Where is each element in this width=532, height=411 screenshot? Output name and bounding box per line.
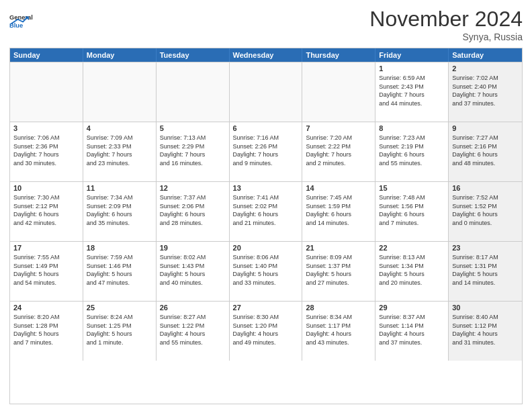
- header-day-sunday: Sunday: [10, 48, 83, 62]
- empty-cell-0-0: [10, 62, 83, 122]
- day-info: Sunrise: 8:37 AM Sunset: 1:14 PM Dayligh…: [379, 313, 445, 347]
- day-info: Sunrise: 7:09 AM Sunset: 2:33 PM Dayligh…: [87, 134, 152, 167]
- day-cell-17: 17Sunrise: 7:55 AM Sunset: 1:49 PM Dayli…: [10, 242, 83, 301]
- day-info: Sunrise: 6:59 AM Sunset: 2:43 PM Dayligh…: [379, 74, 445, 107]
- calendar-row-3: 17Sunrise: 7:55 AM Sunset: 1:49 PM Dayli…: [10, 241, 522, 301]
- title-block: November 2024 Synya, Russia: [369, 7, 523, 42]
- day-number: 18: [87, 244, 152, 252]
- day-cell-5: 5Sunrise: 7:13 AM Sunset: 2:29 PM Daylig…: [157, 122, 230, 181]
- day-info: Sunrise: 7:52 AM Sunset: 1:52 PM Dayligh…: [452, 193, 519, 227]
- day-info: Sunrise: 7:23 AM Sunset: 2:19 PM Dayligh…: [379, 134, 445, 167]
- day-number: 29: [379, 304, 445, 312]
- day-number: 26: [160, 304, 226, 312]
- day-info: Sunrise: 7:02 AM Sunset: 2:40 PM Dayligh…: [452, 74, 519, 107]
- day-info: Sunrise: 8:17 AM Sunset: 1:31 PM Dayligh…: [452, 253, 519, 287]
- day-number: 11: [87, 184, 152, 192]
- day-cell-24: 24Sunrise: 8:20 AM Sunset: 1:28 PM Dayli…: [10, 302, 83, 361]
- header-day-monday: Monday: [83, 48, 157, 62]
- day-number: 21: [306, 244, 371, 252]
- day-cell-28: 28Sunrise: 8:34 AM Sunset: 1:17 PM Dayli…: [302, 302, 375, 361]
- day-info: Sunrise: 7:41 AM Sunset: 2:02 PM Dayligh…: [233, 193, 299, 227]
- day-info: Sunrise: 7:30 AM Sunset: 2:12 PM Dayligh…: [13, 193, 79, 227]
- day-cell-9: 9Sunrise: 7:27 AM Sunset: 2:16 PM Daylig…: [449, 122, 522, 181]
- day-info: Sunrise: 8:30 AM Sunset: 1:20 PM Dayligh…: [233, 313, 299, 347]
- empty-cell-0-4: [302, 62, 375, 122]
- day-info: Sunrise: 7:06 AM Sunset: 2:36 PM Dayligh…: [13, 134, 79, 167]
- day-number: 3: [13, 124, 79, 132]
- svg-text:General: General: [9, 14, 33, 21]
- day-info: Sunrise: 8:34 AM Sunset: 1:17 PM Dayligh…: [306, 313, 371, 347]
- day-cell-23: 23Sunrise: 8:17 AM Sunset: 1:31 PM Dayli…: [449, 242, 522, 301]
- day-cell-4: 4Sunrise: 7:09 AM Sunset: 2:33 PM Daylig…: [83, 122, 157, 181]
- day-cell-25: 25Sunrise: 8:24 AM Sunset: 1:25 PM Dayli…: [83, 302, 157, 361]
- page-header: General Blue November 2024 Synya, Russia: [9, 7, 523, 42]
- calendar-row-1: 3Sunrise: 7:06 AM Sunset: 2:36 PM Daylig…: [10, 122, 522, 181]
- day-number: 14: [306, 184, 371, 192]
- header-day-thursday: Thursday: [302, 48, 375, 62]
- day-cell-6: 6Sunrise: 7:16 AM Sunset: 2:26 PM Daylig…: [230, 122, 303, 181]
- day-info: Sunrise: 7:55 AM Sunset: 1:49 PM Dayligh…: [13, 253, 79, 287]
- logo-svg: General Blue: [9, 7, 43, 34]
- header-day-saturday: Saturday: [449, 48, 522, 62]
- day-info: Sunrise: 8:20 AM Sunset: 1:28 PM Dayligh…: [13, 313, 79, 347]
- day-cell-15: 15Sunrise: 7:48 AM Sunset: 1:56 PM Dayli…: [375, 182, 449, 241]
- day-cell-26: 26Sunrise: 8:27 AM Sunset: 1:22 PM Dayli…: [157, 302, 230, 361]
- day-cell-10: 10Sunrise: 7:30 AM Sunset: 2:12 PM Dayli…: [10, 182, 83, 241]
- day-cell-19: 19Sunrise: 8:02 AM Sunset: 1:43 PM Dayli…: [157, 242, 230, 301]
- day-cell-20: 20Sunrise: 8:06 AM Sunset: 1:40 PM Dayli…: [230, 242, 303, 301]
- day-cell-18: 18Sunrise: 7:59 AM Sunset: 1:46 PM Dayli…: [83, 242, 157, 301]
- empty-cell-0-1: [83, 62, 157, 122]
- day-number: 9: [452, 124, 519, 132]
- day-info: Sunrise: 8:13 AM Sunset: 1:34 PM Dayligh…: [379, 253, 445, 287]
- day-number: 23: [452, 244, 519, 252]
- day-cell-11: 11Sunrise: 7:34 AM Sunset: 2:09 PM Dayli…: [83, 182, 157, 241]
- calendar-row-0: 1Sunrise: 6:59 AM Sunset: 2:43 PM Daylig…: [10, 62, 522, 122]
- day-info: Sunrise: 7:34 AM Sunset: 2:09 PM Dayligh…: [87, 193, 152, 227]
- day-info: Sunrise: 7:59 AM Sunset: 1:46 PM Dayligh…: [87, 253, 152, 287]
- empty-cell-0-2: [157, 62, 230, 122]
- day-info: Sunrise: 8:02 AM Sunset: 1:43 PM Dayligh…: [160, 253, 226, 287]
- day-number: 30: [452, 304, 519, 312]
- day-number: 2: [452, 64, 519, 73]
- logo: General Blue: [9, 7, 43, 34]
- calendar: SundayMondayTuesdayWednesdayThursdayFrid…: [9, 48, 523, 404]
- month-title: November 2024: [369, 7, 523, 32]
- day-cell-27: 27Sunrise: 8:30 AM Sunset: 1:20 PM Dayli…: [230, 302, 303, 361]
- day-info: Sunrise: 7:16 AM Sunset: 2:26 PM Dayligh…: [233, 134, 299, 167]
- day-number: 28: [306, 304, 371, 312]
- day-number: 24: [13, 304, 79, 312]
- empty-cell-0-3: [230, 62, 303, 122]
- day-info: Sunrise: 7:48 AM Sunset: 1:56 PM Dayligh…: [379, 193, 445, 227]
- day-number: 7: [306, 124, 371, 132]
- day-info: Sunrise: 8:09 AM Sunset: 1:37 PM Dayligh…: [306, 253, 371, 287]
- day-cell-30: 30Sunrise: 8:40 AM Sunset: 1:12 PM Dayli…: [449, 302, 522, 361]
- svg-text:Blue: Blue: [9, 22, 23, 29]
- day-number: 27: [233, 304, 299, 312]
- day-info: Sunrise: 7:45 AM Sunset: 1:59 PM Dayligh…: [306, 193, 371, 227]
- day-number: 6: [233, 124, 299, 132]
- day-info: Sunrise: 8:27 AM Sunset: 1:22 PM Dayligh…: [160, 313, 226, 347]
- day-cell-16: 16Sunrise: 7:52 AM Sunset: 1:52 PM Dayli…: [449, 182, 522, 241]
- day-number: 16: [452, 184, 519, 192]
- day-number: 8: [379, 124, 445, 132]
- day-cell-21: 21Sunrise: 8:09 AM Sunset: 1:37 PM Dayli…: [302, 242, 375, 301]
- day-cell-29: 29Sunrise: 8:37 AM Sunset: 1:14 PM Dayli…: [375, 302, 449, 361]
- day-cell-8: 8Sunrise: 7:23 AM Sunset: 2:19 PM Daylig…: [375, 122, 449, 181]
- day-cell-12: 12Sunrise: 7:37 AM Sunset: 2:06 PM Dayli…: [157, 182, 230, 241]
- header-day-tuesday: Tuesday: [157, 48, 230, 62]
- day-cell-1: 1Sunrise: 6:59 AM Sunset: 2:43 PM Daylig…: [375, 62, 449, 122]
- calendar-row-2: 10Sunrise: 7:30 AM Sunset: 2:12 PM Dayli…: [10, 181, 522, 241]
- calendar-header: SundayMondayTuesdayWednesdayThursdayFrid…: [10, 48, 522, 62]
- day-info: Sunrise: 7:13 AM Sunset: 2:29 PM Dayligh…: [160, 134, 226, 167]
- day-cell-13: 13Sunrise: 7:41 AM Sunset: 2:02 PM Dayli…: [230, 182, 303, 241]
- day-number: 22: [379, 244, 445, 252]
- day-number: 10: [13, 184, 79, 192]
- day-number: 20: [233, 244, 299, 252]
- calendar-row-4: 24Sunrise: 8:20 AM Sunset: 1:28 PM Dayli…: [10, 301, 522, 361]
- day-info: Sunrise: 8:40 AM Sunset: 1:12 PM Dayligh…: [452, 313, 519, 347]
- day-info: Sunrise: 7:27 AM Sunset: 2:16 PM Dayligh…: [452, 134, 519, 167]
- day-info: Sunrise: 7:37 AM Sunset: 2:06 PM Dayligh…: [160, 193, 226, 227]
- calendar-body: 1Sunrise: 6:59 AM Sunset: 2:43 PM Daylig…: [10, 62, 522, 361]
- location: Synya, Russia: [369, 32, 523, 42]
- day-info: Sunrise: 8:06 AM Sunset: 1:40 PM Dayligh…: [233, 253, 299, 287]
